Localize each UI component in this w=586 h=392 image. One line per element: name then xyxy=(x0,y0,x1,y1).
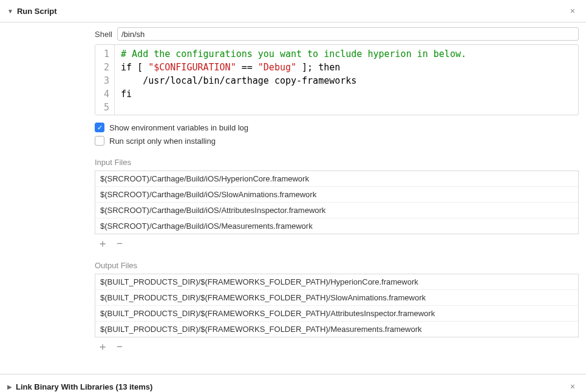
input-files-actions: ＋ − xyxy=(95,234,579,249)
checkbox-row-show-env: ✓ Show environment variables in build lo… xyxy=(95,123,579,132)
link-binary-header: ▶ Link Binary With Libraries (13 items) … xyxy=(0,374,586,392)
line-number: 3 xyxy=(104,74,109,87)
line-number: 1 xyxy=(104,47,109,61)
run-only-installing-label: Run script only when installing xyxy=(109,137,216,146)
code-text: /usr/local/bin/carthage copy-frameworks xyxy=(121,75,356,86)
code-string: "$CONFIGURATION" xyxy=(148,62,236,73)
code-keyword: ]; then xyxy=(296,62,340,73)
show-env-checkbox[interactable]: ✓ xyxy=(95,123,104,132)
script-text[interactable]: # Add the configurations you want to inc… xyxy=(115,45,472,115)
shell-row: Shell xyxy=(95,27,579,41)
input-files-title: Input Files xyxy=(95,158,579,167)
disclosure-triangle-down-icon[interactable]: ▼ xyxy=(7,8,13,15)
line-gutter: 1 2 3 4 5 xyxy=(95,45,115,115)
output-files-title: Output Files xyxy=(95,261,579,270)
file-row[interactable]: $(SRCROOT)/Carthage/Build/iOS/SlowAnimat… xyxy=(95,187,578,203)
close-icon[interactable]: × xyxy=(567,380,579,392)
link-binary-title: Link Binary With Libraries (13 items) xyxy=(16,382,567,391)
code-text: == xyxy=(236,62,258,73)
code-comment: # Add the configurations you want to inc… xyxy=(121,49,466,59)
disclosure-triangle-right-icon[interactable]: ▶ xyxy=(7,384,12,390)
close-icon[interactable]: × xyxy=(567,5,579,17)
run-only-installing-checkbox[interactable] xyxy=(95,136,104,146)
shell-label: Shell xyxy=(95,30,112,39)
line-number: 4 xyxy=(104,87,109,101)
checkbox-row-run-only: Run script only when installing xyxy=(95,136,579,146)
file-row[interactable]: $(SRCROOT)/Carthage/Build/iOS/Attributes… xyxy=(95,203,578,218)
link-binary-section: ▶ Link Binary With Libraries (13 items) … xyxy=(0,374,586,392)
line-number: 5 xyxy=(104,101,109,114)
file-row[interactable]: $(SRCROOT)/Carthage/Build/iOS/HyperionCo… xyxy=(95,171,578,187)
show-env-label: Show environment variables in build log xyxy=(109,123,248,132)
remove-output-file-button[interactable]: − xyxy=(117,342,123,352)
code-keyword: fi xyxy=(121,89,132,100)
add-input-file-button[interactable]: ＋ xyxy=(97,238,108,249)
file-row[interactable]: $(BUILT_PRODUCTS_DIR)/$(FRAMEWORKS_FOLDE… xyxy=(95,306,578,322)
output-files-actions: ＋ − xyxy=(95,337,579,352)
run-script-content: Shell 1 2 3 4 5 # Add the configurations… xyxy=(0,22,586,362)
code-keyword: if [ xyxy=(121,62,148,73)
file-row[interactable]: $(BUILT_PRODUCTS_DIR)/$(FRAMEWORKS_FOLDE… xyxy=(95,274,578,290)
code-string: "Debug" xyxy=(258,62,296,73)
add-output-file-button[interactable]: ＋ xyxy=(97,341,108,352)
run-script-section-header: ▼ Run Script × xyxy=(0,0,586,22)
file-row[interactable]: $(SRCROOT)/Carthage/Build/iOS/Measuremen… xyxy=(95,218,578,234)
output-files-list: $(BUILT_PRODUCTS_DIR)/$(FRAMEWORKS_FOLDE… xyxy=(95,274,579,337)
shell-input[interactable] xyxy=(117,27,579,41)
remove-input-file-button[interactable]: − xyxy=(117,238,123,249)
input-files-section: Input Files $(SRCROOT)/Carthage/Build/iO… xyxy=(95,158,579,249)
input-files-list: $(SRCROOT)/Carthage/Build/iOS/HyperionCo… xyxy=(95,171,579,234)
output-files-section: Output Files $(BUILT_PRODUCTS_DIR)/$(FRA… xyxy=(95,261,579,352)
file-row[interactable]: $(BUILT_PRODUCTS_DIR)/$(FRAMEWORKS_FOLDE… xyxy=(95,322,578,337)
script-editor[interactable]: 1 2 3 4 5 # Add the configurations you w… xyxy=(95,44,579,115)
section-title: Run Script xyxy=(17,7,567,16)
line-number: 2 xyxy=(104,61,109,74)
file-row[interactable]: $(BUILT_PRODUCTS_DIR)/$(FRAMEWORKS_FOLDE… xyxy=(95,290,578,306)
